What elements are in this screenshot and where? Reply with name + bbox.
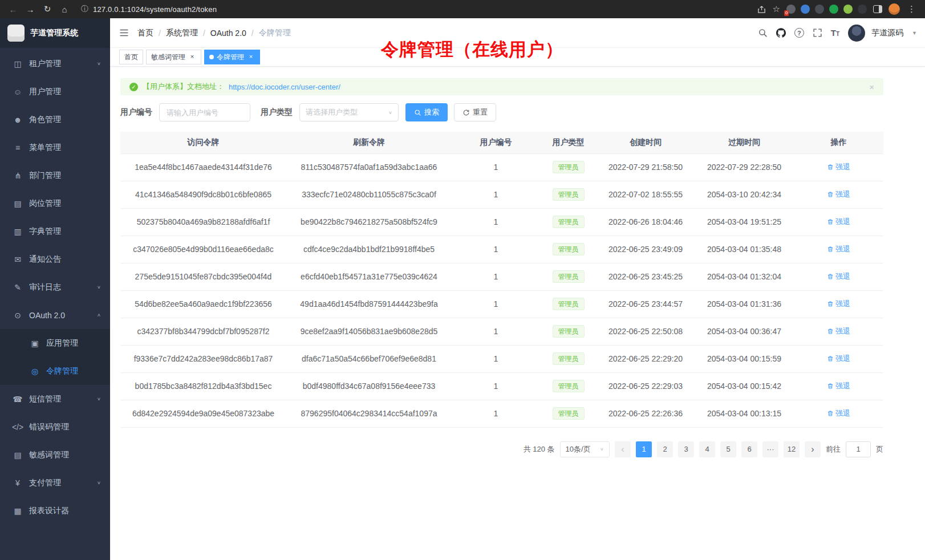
sidebar-item[interactable]: ◫ 租户管理 ∨ xyxy=(0,50,110,78)
browser-profile-avatar[interactable] xyxy=(889,3,900,15)
browser-sidebar-icon[interactable] xyxy=(873,5,882,13)
sidebar-item[interactable]: ≡ 菜单管理 xyxy=(0,133,110,161)
force-logout-button[interactable]: 强退 xyxy=(827,217,850,227)
goto-page-input[interactable] xyxy=(846,441,871,457)
search-button[interactable]: 搜索 xyxy=(405,103,448,121)
sidebar-item[interactable]: ☺ 用户管理 xyxy=(0,78,110,105)
force-logout-button[interactable]: 强退 xyxy=(827,408,850,419)
sidebar-item[interactable]: ⊙ OAuth 2.0 ∧ xyxy=(0,301,110,329)
access-token-cell: c342377bf8b344799dcbf7bf095287f2 xyxy=(120,318,286,345)
force-logout-button[interactable]: 强退 xyxy=(827,381,850,391)
extension-lightgreen-icon[interactable] xyxy=(843,5,853,14)
force-logout-button[interactable]: 强退 xyxy=(827,299,850,309)
browser-forward-icon[interactable]: → xyxy=(23,2,38,16)
force-logout-button[interactable]: 强退 xyxy=(827,326,850,336)
user-type-select[interactable]: 请选择用户类型 ∨ xyxy=(299,103,399,121)
extension-dark-icon[interactable] xyxy=(815,5,824,14)
page-number-button[interactable]: 3 xyxy=(678,441,694,457)
next-page-button[interactable]: › xyxy=(805,441,821,457)
app-logo[interactable]: 芋道管理系统 xyxy=(0,18,110,48)
site-info-icon[interactable]: ⓘ xyxy=(81,4,88,14)
tab-close-icon[interactable]: × xyxy=(188,53,196,61)
tab[interactable]: 令牌管理 × xyxy=(204,50,260,64)
refresh-token-cell: be90422b8c7946218275a508bf524fc9 xyxy=(286,208,452,236)
force-logout-button[interactable]: 强退 xyxy=(827,162,850,172)
sidebar-item[interactable]: ¥ 支付管理 ∨ xyxy=(0,469,110,497)
share-icon[interactable] xyxy=(757,5,766,14)
address-bar[interactable]: ⓘ 127.0.0.1:1024/system/oauth2/token xyxy=(74,4,754,14)
github-icon[interactable] xyxy=(776,28,786,38)
user-name[interactable]: 芋道源码 xyxy=(871,28,903,38)
extension-gray-icon[interactable]: 0 xyxy=(786,5,796,14)
sidebar-item[interactable]: ☻ 角色管理 xyxy=(0,105,110,133)
browser-menu-icon[interactable]: ⋮ xyxy=(906,4,917,14)
extension-green-icon[interactable] xyxy=(829,5,838,14)
browser-home-icon[interactable]: ⌂ xyxy=(57,2,72,16)
sidebar-item[interactable]: ⋔ 部门管理 xyxy=(0,161,110,189)
user-type-cell: 管理员 xyxy=(540,208,597,236)
page-number-button[interactable]: 4 xyxy=(699,441,715,457)
breadcrumb-item[interactable]: / 令牌管理 xyxy=(251,28,291,38)
sidebar-item[interactable]: ✎ 审计日志 ∨ xyxy=(0,273,110,301)
alert-close-icon[interactable]: × xyxy=(869,82,874,92)
breadcrumb-item[interactable]: / 系统管理 xyxy=(159,28,198,38)
user-id-cell: 1 xyxy=(452,345,540,372)
user-id-input[interactable] xyxy=(159,103,250,121)
breadcrumb-item[interactable]: / 首页 xyxy=(137,28,153,38)
active-dot xyxy=(209,55,214,59)
success-check-icon: ✓ xyxy=(129,83,138,91)
refresh-token-cell: cdfc4ce9c2da4bb1bdf21b9918ff4be5 xyxy=(286,236,452,263)
expire-time-cell: 2054-03-04 00:13:15 xyxy=(695,400,794,427)
help-icon[interactable]: ? xyxy=(794,28,804,38)
user-avatar[interactable] xyxy=(848,25,865,42)
expire-time-cell: 2054-03-04 00:15:42 xyxy=(695,372,794,400)
sidebar-item[interactable]: ▦ 报表设计器 xyxy=(0,497,110,525)
force-logout-button[interactable]: 强退 xyxy=(827,271,850,282)
tab-close-icon[interactable]: × xyxy=(247,53,255,61)
sidebar-collapse-icon[interactable] xyxy=(119,28,129,38)
alert-message: 【用户体系】文档地址： xyxy=(143,82,224,92)
browser-reload-icon[interactable]: ↻ xyxy=(40,2,55,16)
reset-button[interactable]: 重置 xyxy=(454,103,496,121)
sidebar-item[interactable]: ▤ 岗位管理 xyxy=(0,189,110,217)
browser-back-icon[interactable]: ← xyxy=(6,2,21,16)
sidebar-item[interactable]: ✉ 通知公告 xyxy=(0,245,110,273)
force-logout-button[interactable]: 强退 xyxy=(827,354,850,364)
sidebar-item[interactable]: ◎ 令牌管理 xyxy=(0,357,110,385)
breadcrumb-separator: / xyxy=(251,29,254,38)
sidebar-item[interactable]: ▣ 应用管理 xyxy=(0,329,110,357)
breadcrumb-item[interactable]: / OAuth 2.0 xyxy=(203,29,246,38)
page-size-select[interactable]: 10条/页 ∨ xyxy=(560,441,610,457)
sidebar-item[interactable]: ▥ 字典管理 xyxy=(0,217,110,245)
token-table: 访问令牌刷新令牌用户编号用户类型创建时间过期时间操作 1ea5e44f8bc14… xyxy=(120,132,883,428)
menu-item-label: 字典管理 xyxy=(29,226,101,237)
extension-blue-icon[interactable] xyxy=(801,5,810,14)
tab[interactable]: 敏感词管理 × xyxy=(146,50,201,64)
font-size-icon[interactable]: TT xyxy=(831,28,839,38)
bookmark-star-icon[interactable]: ☆ xyxy=(773,4,780,14)
page-number-button[interactable]: 1 xyxy=(636,441,652,457)
sidebar-item[interactable]: ☎ 短信管理 ∨ xyxy=(0,385,110,413)
tab[interactable]: 首页 × xyxy=(119,50,143,64)
user-dropdown-caret-icon[interactable]: ▼ xyxy=(912,30,917,36)
extension-black-icon[interactable] xyxy=(858,5,867,14)
search-icon[interactable] xyxy=(758,28,768,38)
access-token-cell: f9336e7c7dd242a283ee98dc86b17a87 xyxy=(120,345,286,372)
action-cell: 强退 xyxy=(794,263,883,290)
sidebar-item[interactable]: </> 错误码管理 xyxy=(0,413,110,441)
force-logout-button[interactable]: 强退 xyxy=(827,189,850,200)
menu-item-label: 用户管理 xyxy=(29,87,101,97)
user-id-cell: 1 xyxy=(452,263,540,290)
prev-page-button[interactable]: ‹ xyxy=(615,441,631,457)
doc-link[interactable]: https://doc.iocoder.cn/user-center/ xyxy=(229,83,340,91)
force-logout-button[interactable]: 强退 xyxy=(827,244,850,254)
page-number-button[interactable]: 2 xyxy=(657,441,673,457)
page-number-button[interactable]: 6 xyxy=(741,441,757,457)
sidebar-item[interactable]: ▤ 敏感词管理 xyxy=(0,441,110,469)
page-number-button[interactable]: ··· xyxy=(762,441,778,457)
page-number-button[interactable]: 5 xyxy=(720,441,736,457)
user-type-cell: 管理员 xyxy=(540,236,597,263)
fullscreen-icon[interactable] xyxy=(813,28,822,38)
create-time-cell: 2022-06-25 23:49:09 xyxy=(597,236,695,263)
page-number-button[interactable]: 12 xyxy=(784,441,800,457)
